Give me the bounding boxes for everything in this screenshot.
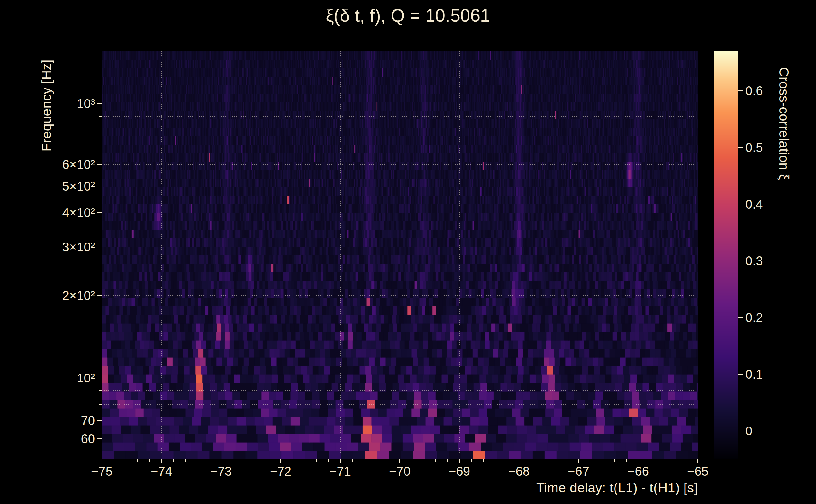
y-tick (97, 212, 102, 213)
x-minor-tick (554, 459, 555, 462)
x-minor-tick (650, 459, 651, 462)
chart-title: ξ(δ t, f), Q = 10.5061 (0, 5, 816, 26)
x-tick (638, 459, 639, 463)
x-minor-tick (245, 459, 245, 462)
colorbar-tick (738, 90, 743, 91)
colorbar (715, 51, 738, 459)
x-tick-label: −67 (550, 464, 607, 479)
x-minor-tick (686, 459, 686, 462)
colorbar-tick (738, 261, 743, 261)
x-tick-label: −71 (312, 464, 369, 479)
x-minor-tick (316, 459, 317, 462)
y-tick-label: 10² (26, 370, 95, 386)
x-minor-tick (137, 459, 138, 462)
y-tick-label: 6×10² (26, 157, 95, 172)
y-tick-label: 3×10² (26, 239, 95, 255)
x-tick-label: −70 (371, 464, 428, 479)
x-minor-tick (293, 459, 293, 462)
x-minor-tick (471, 459, 472, 462)
y-tick-label: 5×10² (26, 179, 95, 194)
x-tick (161, 459, 162, 463)
y-tick (97, 295, 102, 296)
x-minor-tick (412, 459, 412, 462)
colorbar-tick-label: 0.2 (745, 310, 802, 325)
x-minor-tick (435, 459, 436, 462)
x-minor-tick (602, 459, 603, 462)
x-minor-tick (495, 459, 495, 462)
x-tick-label: −68 (491, 464, 547, 479)
x-tick (101, 459, 102, 463)
x-minor-tick (531, 459, 531, 462)
colorbar-tick-label: 0.1 (745, 367, 802, 382)
y-tick-label: 60 (26, 431, 95, 446)
x-tick (698, 459, 698, 463)
x-minor-tick (483, 459, 484, 462)
colorbar-tick (738, 431, 743, 431)
x-minor-tick (257, 459, 257, 462)
colorbar-tick (738, 204, 743, 204)
y-tick (97, 247, 102, 247)
x-tick-label: −69 (431, 464, 488, 479)
x-minor-tick (305, 459, 305, 462)
y-tick-label: 70 (26, 413, 95, 428)
x-tick-label: −72 (252, 464, 309, 479)
y-tick-label: 4×10² (26, 205, 95, 220)
x-tick-label: −73 (192, 464, 250, 479)
x-minor-tick (364, 459, 365, 462)
x-minor-tick (114, 459, 114, 462)
y-tick (97, 164, 102, 165)
y-minor-tick (99, 130, 102, 130)
colorbar-tick (738, 374, 743, 375)
x-tick (340, 459, 341, 463)
y-tick-label: 10³ (26, 96, 95, 111)
colorbar-tick-label: 0.6 (745, 83, 802, 98)
colorbar-tick-label: 0 (745, 423, 802, 438)
x-minor-tick (233, 459, 233, 462)
x-tick-label: −75 (73, 464, 130, 479)
y-tick (97, 186, 102, 186)
colorbar-label: Cross-correlation ξ (776, 67, 792, 180)
x-minor-tick (352, 459, 353, 462)
x-minor-tick (149, 459, 150, 462)
x-minor-tick (376, 459, 376, 462)
x-minor-tick (269, 459, 269, 462)
x-minor-tick (674, 459, 674, 462)
x-tick-label: −74 (133, 464, 190, 479)
x-tick (519, 459, 519, 463)
y-minor-tick (99, 390, 102, 391)
heatmap-canvas (102, 51, 698, 459)
x-axis-label: Time delay: t(L1) - t(H1) [s] (378, 480, 698, 495)
x-minor-tick (447, 459, 448, 462)
x-minor-tick (626, 459, 627, 462)
colorbar-tick-label: 0.5 (745, 140, 802, 155)
x-minor-tick (328, 459, 329, 462)
colorbar-tick-label: 0.3 (745, 253, 802, 268)
x-tick (578, 459, 579, 463)
x-minor-tick (566, 459, 567, 462)
y-tick (97, 420, 102, 421)
x-minor-tick (590, 459, 591, 462)
colorbar-tick (738, 317, 743, 318)
x-tick-label: −66 (610, 464, 667, 479)
x-minor-tick (424, 459, 424, 462)
y-minor-tick (99, 404, 102, 405)
colorbar-tick-label: 0.4 (745, 197, 802, 212)
x-tick (280, 459, 281, 463)
x-minor-tick (614, 459, 615, 462)
x-minor-tick (507, 459, 507, 462)
y-tick (97, 103, 102, 104)
x-tick (399, 459, 400, 463)
y-minor-tick (99, 146, 102, 146)
y-minor-tick (99, 116, 102, 117)
x-minor-tick (126, 459, 126, 462)
x-tick-label: −65 (670, 464, 726, 479)
x-minor-tick (197, 459, 197, 462)
colorbar-tick (738, 147, 743, 148)
x-minor-tick (173, 459, 174, 462)
y-tick (97, 438, 102, 439)
y-tick-label: 2×10² (26, 288, 95, 303)
y-tick (97, 378, 102, 378)
x-tick (221, 459, 221, 463)
x-minor-tick (185, 459, 186, 462)
x-tick (459, 459, 460, 463)
